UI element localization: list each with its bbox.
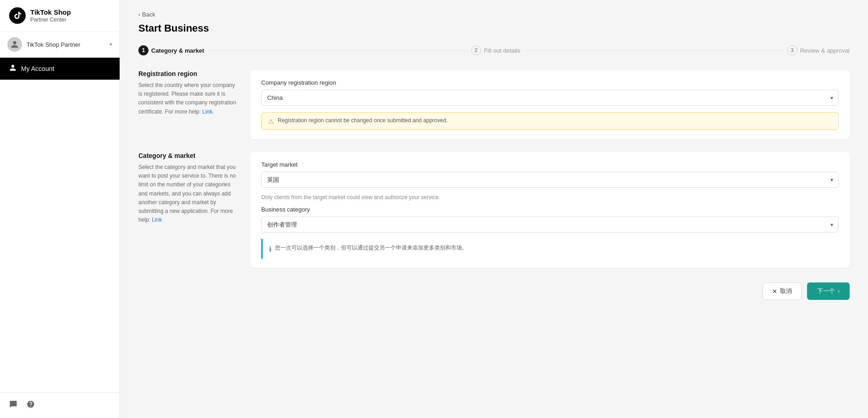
nav-label-my-account: My Account — [21, 65, 54, 72]
warning-text: Registration region cannot be changed on… — [278, 117, 448, 124]
sidebar-logo: TikTok Shop Partner Center — [0, 0, 120, 32]
business-category-label: Business category — [261, 206, 839, 213]
category-title: Category & market — [138, 152, 239, 159]
step-2-num: 2 — [471, 45, 481, 55]
category-desc: Select the category and market that you … — [138, 163, 239, 224]
person-nav-icon — [9, 64, 16, 73]
business-category-select-wrapper: 创作者管理 内容制作 数据分析 ▾ — [261, 217, 839, 233]
target-market-label: Target market — [261, 161, 839, 168]
help-icon[interactable] — [27, 400, 35, 411]
cancel-label: 取消 — [780, 287, 792, 295]
step-3-label: Review & approval — [800, 47, 850, 54]
registration-region-select[interactable]: China United States United Kingdom — [261, 90, 839, 106]
registration-right: Company registration region China United… — [250, 70, 850, 139]
avatar — [7, 37, 22, 52]
logo-subtitle: Partner Center — [30, 16, 71, 23]
step-3-num: 3 — [787, 45, 797, 55]
step-2-label: Fill out details — [484, 47, 520, 54]
logo-title: TikTok Shop — [30, 8, 71, 16]
step-2: 2 Fill out details — [471, 45, 520, 55]
target-market-hint: Only clients from the target market coul… — [261, 194, 839, 201]
step-1-label: Category & market — [151, 47, 204, 54]
user-selector[interactable]: TikTok Shop Partner ▾ — [0, 32, 120, 58]
target-market-select[interactable]: 英国 美国 日本 — [261, 172, 839, 188]
back-label: Back — [142, 11, 155, 18]
target-market-select-wrapper: 英国 美国 日本 ▾ — [261, 172, 839, 188]
registration-desc-text: Select the country where your company is… — [138, 82, 236, 115]
user-name: TikTok Shop Partner — [27, 41, 105, 48]
page-title: Start Business — [138, 22, 850, 34]
next-label: 下一个 — [817, 287, 835, 295]
stepper: 1 Category & market 2 Fill out details 3… — [138, 45, 850, 55]
category-section: Category & market Select the category an… — [138, 152, 850, 268]
chevron-right-icon: › — [838, 288, 840, 294]
info-box: ℹ 您一次可以选择一个类别，但可以通过提交另一个申请来添加更多类别和市场。 — [261, 239, 839, 259]
cancel-button[interactable]: ✕ 取消 — [763, 282, 802, 300]
step-dots-2 — [525, 50, 782, 51]
registration-link[interactable]: Link. — [202, 109, 214, 115]
step-3: 3 Review & approval — [787, 45, 850, 55]
logo-text: TikTok Shop Partner Center — [30, 8, 71, 23]
chevron-down-icon: ▾ — [110, 41, 112, 48]
main-content: ‹ Back Start Business 1 Category & marke… — [120, 0, 868, 418]
chat-icon[interactable] — [9, 400, 17, 411]
svg-point-0 — [9, 7, 26, 24]
category-right: Target market 英国 美国 日本 ▾ Only clients fr… — [250, 152, 850, 268]
registration-desc: Select the country where your company is… — [138, 81, 239, 116]
step-1-num: 1 — [138, 45, 148, 55]
category-link[interactable]: Link — [152, 217, 162, 223]
step-1: 1 Category & market — [138, 45, 204, 55]
step-dots-1 — [209, 50, 467, 51]
warning-box: ⚠ Registration region cannot be changed … — [261, 112, 839, 130]
sidebar-item-my-account[interactable]: My Account — [0, 58, 120, 80]
back-button[interactable]: ‹ Back — [138, 11, 850, 18]
sidebar: TikTok Shop Partner Center TikTok Shop P… — [0, 0, 120, 418]
registration-left: Registration region Select the country w… — [138, 70, 239, 139]
chevron-left-icon: ‹ — [138, 11, 140, 18]
registration-field-label: Company registration region — [261, 79, 839, 86]
registration-section: Registration region Select the country w… — [138, 70, 850, 139]
next-button[interactable]: 下一个 › — [807, 282, 850, 300]
category-desc-text: Select the category and market that you … — [138, 164, 236, 223]
registration-select-wrapper: China United States United Kingdom ▾ — [261, 90, 839, 106]
tiktok-logo-icon — [9, 7, 26, 24]
category-left: Category & market Select the category an… — [138, 152, 239, 268]
cancel-icon: ✕ — [772, 288, 777, 295]
warning-icon: ⚠ — [268, 118, 274, 125]
footer-actions: ✕ 取消 下一个 › — [138, 282, 850, 315]
registration-title: Registration region — [138, 70, 239, 77]
business-category-select[interactable]: 创作者管理 内容制作 数据分析 — [261, 217, 839, 233]
sidebar-bottom — [0, 392, 120, 418]
info-text: 您一次可以选择一个类别，但可以通过提交另一个申请来添加更多类别和市场。 — [275, 244, 467, 252]
info-icon: ℹ — [269, 244, 271, 254]
